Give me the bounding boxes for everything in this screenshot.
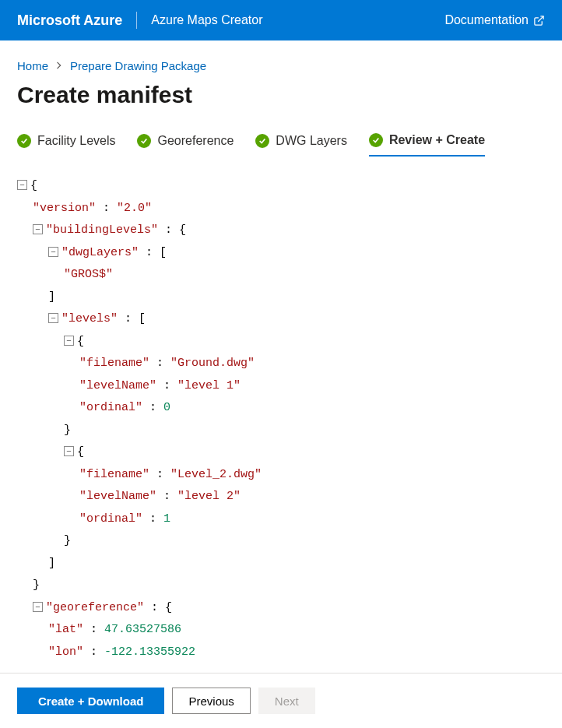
json-line: "filename" :"Ground.dwg" <box>17 353 545 375</box>
collapse-toggle-icon[interactable]: − <box>48 313 58 323</box>
app-title: Azure Maps Creator <box>151 13 262 27</box>
json-line: −{ <box>17 331 545 353</box>
step-label: Georeference <box>157 134 234 148</box>
json-line: ] <box>17 553 545 575</box>
brand-label: Microsoft Azure <box>17 12 122 29</box>
json-line: "filename" :"Level_2.dwg" <box>17 464 545 487</box>
json-line: −{ <box>17 175 545 198</box>
breadcrumb-home[interactable]: Home <box>17 59 48 72</box>
create-download-button[interactable]: Create + Download <box>17 688 164 714</box>
step-georeference[interactable]: Georeference <box>137 133 234 157</box>
wizard-steps: Facility Levels Georeference DWG Layers … <box>17 133 545 157</box>
chevron-right-icon <box>56 60 62 72</box>
json-line: "lat" :47.63527586 <box>17 619 545 642</box>
step-facility-levels[interactable]: Facility Levels <box>17 133 115 157</box>
collapse-toggle-icon[interactable]: − <box>48 247 58 257</box>
json-line: } <box>17 575 545 597</box>
json-line: "version" :"2.0" <box>17 198 545 220</box>
check-circle-icon <box>255 134 269 148</box>
svg-line-0 <box>538 16 543 21</box>
json-line: "GROS$" <box>17 264 545 287</box>
json-line: "ordinal" :1 <box>17 508 545 531</box>
step-dwg-layers[interactable]: DWG Layers <box>255 133 347 157</box>
json-line: "lon" :-122.13355922 <box>17 642 545 664</box>
json-line: −"levels" :[ <box>17 308 545 331</box>
json-line: −"buildingLevels" :{ <box>17 220 545 242</box>
collapse-toggle-icon[interactable]: − <box>64 336 74 346</box>
documentation-label: Documentation <box>444 13 529 27</box>
top-bar: Microsoft Azure Azure Maps Creator Docum… <box>0 0 562 40</box>
check-circle-icon <box>137 134 151 148</box>
json-line: "levelName" :"level 1" <box>17 375 545 398</box>
json-line: } <box>17 420 545 442</box>
main-content: Home Prepare Drawing Package Create mani… <box>0 40 562 673</box>
footer-bar: Create + Download Previous Next <box>0 673 562 728</box>
json-viewer: −{ "version" :"2.0" −"buildingLevels" :{… <box>17 175 545 665</box>
documentation-link[interactable]: Documentation <box>444 13 545 27</box>
step-review-create[interactable]: Review + Create <box>369 133 485 157</box>
step-label: Facility Levels <box>37 134 115 148</box>
previous-button[interactable]: Previous <box>172 688 250 714</box>
breadcrumb-prepare[interactable]: Prepare Drawing Package <box>70 59 206 72</box>
next-button: Next <box>258 688 315 714</box>
collapse-toggle-icon[interactable]: − <box>33 602 43 612</box>
topbar-separator <box>136 12 137 29</box>
json-line: "ordinal" :0 <box>17 397 545 420</box>
json-line: } <box>17 530 545 553</box>
json-line: −"dwgLayers" :[ <box>17 242 545 265</box>
breadcrumb: Home Prepare Drawing Package <box>17 59 545 72</box>
collapse-toggle-icon[interactable]: − <box>17 180 27 190</box>
external-link-icon <box>533 15 545 26</box>
check-circle-icon <box>17 134 31 148</box>
collapse-toggle-icon[interactable]: − <box>64 446 74 456</box>
json-line: −{ <box>17 441 545 464</box>
json-line: ] <box>17 287 545 309</box>
step-label: DWG Layers <box>276 134 347 148</box>
page-title: Create manifest <box>17 82 545 108</box>
check-circle-icon <box>369 133 383 147</box>
json-line: "levelName" :"level 2" <box>17 486 545 508</box>
collapse-toggle-icon[interactable]: − <box>33 224 43 234</box>
json-line: −"georeference" :{ <box>17 597 545 620</box>
step-label: Review + Create <box>389 133 485 147</box>
